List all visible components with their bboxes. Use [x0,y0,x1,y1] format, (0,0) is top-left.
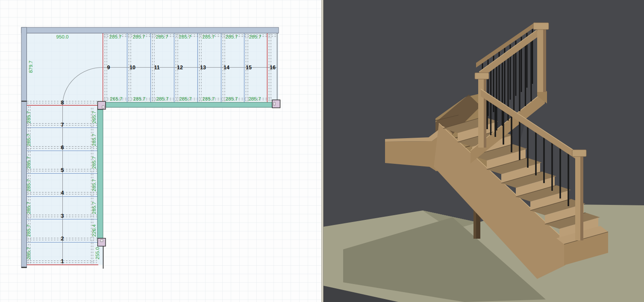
view-3d-canvas[interactable] [323,0,644,302]
dim-label: 265.7 [91,111,97,124]
plan-2d-panel[interactable]: 950.0 285.7 285.7 285.7 285.7 285.7 285.… [0,0,321,302]
dim-label: 285.7 [26,111,31,124]
step-number: 13 [200,65,206,71]
step-number: 1 [61,258,64,264]
wall-top [21,27,279,33]
handrail-band-lower [97,110,103,238]
dim-label: 285.7 [91,134,97,146]
dim-label: 265.7 [110,96,123,101]
dim-label: 285.7 [226,96,238,101]
dim-label: 285.7 [203,34,215,39]
dim-label: 285.7 [91,202,97,214]
dim-label: 285.7 [133,34,145,39]
dim-label: 285.7 [26,134,31,146]
dim-label: 285.7 [226,34,238,39]
wall-end-cap [21,267,27,268]
step-number: 10 [129,65,135,71]
step-number: 6 [61,145,64,151]
view-3d-panel[interactable] [323,0,644,302]
step-number: 3 [61,213,64,219]
dim-label: 226.4 [91,224,97,237]
dim-label: 879.7 [28,61,33,73]
stair-designer-window: 950.0 285.7 285.7 285.7 285.7 285.7 285.… [0,0,644,302]
dim-label: 285.7 [91,157,97,169]
dim-label: 285.7 [179,96,192,101]
dim-label: 285.7 [91,179,97,192]
newel-post-corner [98,101,106,110]
dim-label: 285.7 [249,96,261,101]
dim-label: 285.7 [179,34,191,39]
step-number: 4 [61,190,64,196]
plan-2d-canvas[interactable]: 950.0 285.7 285.7 285.7 285.7 285.7 285.… [0,0,321,302]
dim-label: 285.7 [26,247,31,260]
step-number: 7 [61,122,64,128]
step-number: 15 [246,65,252,71]
step-number: 2 [61,236,64,242]
handrail-band-upper [106,102,272,107]
dim-label: 285.7 [203,96,215,101]
dim-label: 285.7 [26,179,31,192]
dim-label: 285.7 [156,34,168,39]
step-number: 8 [61,100,64,106]
dim-label: 255.0 [95,247,100,260]
wall-joint-tick [21,101,27,102]
dim-label: 285.7 [156,96,169,101]
dim-label: 285.7 [249,34,262,39]
dim-label: 285.7 [26,202,31,214]
dim-label: 950.0 [56,34,69,39]
newel-post-top-right [272,100,280,108]
step-number: 16 [270,65,276,71]
step-number: 12 [177,65,183,71]
dim-label: 285.7 [109,34,122,39]
dim-label: 285.7 [133,96,146,101]
step-number: 5 [61,167,64,173]
dim-label: 285.7 [26,225,31,237]
step-number: 9 [107,65,110,71]
dim-label: 285.7 [26,157,31,169]
step-number: 14 [223,65,229,71]
step-number: 11 [154,65,159,71]
newel-post-bottom [98,238,106,246]
